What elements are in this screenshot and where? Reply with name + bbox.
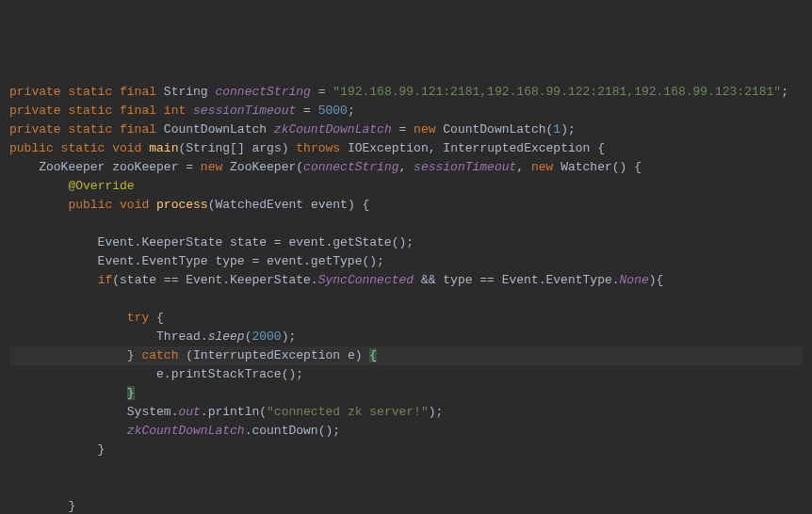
text: .countDown(); <box>245 424 340 438</box>
operator: = <box>392 122 414 137</box>
indent <box>9 311 127 325</box>
field: zkCountDownLatch <box>127 424 245 438</box>
type: CountDownLatch <box>156 122 274 137</box>
number-literal: 1 <box>553 122 560 137</box>
code-line: private static final String connectStrin… <box>9 83 803 102</box>
keyword: if <box>98 273 113 287</box>
constructor: ZooKeeper( <box>222 160 303 174</box>
text: (state == Event.KeeperState. <box>112 273 317 287</box>
semicolon: ; <box>348 104 355 118</box>
code-line: zkCountDownLatch.countDown(); <box>9 422 803 441</box>
exceptions: IOException, InterruptedException { <box>340 141 605 155</box>
code-line: if(state == Event.KeeperState.SyncConnec… <box>9 271 803 290</box>
text: ZooKeeper zooKeeper = <box>9 160 201 174</box>
method-name: process <box>156 198 208 212</box>
number-literal: 2000 <box>252 329 281 344</box>
matched-brace: } <box>127 386 135 400</box>
constructor: CountDownLatch( <box>436 122 554 137</box>
code-line <box>9 459 803 478</box>
code-line: Thread.sleep(2000); <box>9 328 803 346</box>
params: (InterruptedException e) <box>178 348 369 362</box>
code-line: e.printStackTrace(); <box>9 365 803 384</box>
comma: , <box>516 160 531 174</box>
code-line: } <box>9 497 803 514</box>
code-line: Event.KeeperState state = event.getState… <box>9 233 803 252</box>
semicolon: ; <box>781 85 788 99</box>
punct: ); <box>429 405 444 419</box>
keyword: public static void <box>9 141 141 155</box>
keyword: public void <box>68 198 149 212</box>
indent <box>9 273 98 287</box>
text: .println( <box>201 405 267 419</box>
text: { <box>149 311 164 325</box>
enum-constant: SyncConnected <box>318 273 414 287</box>
punct: ); <box>282 329 297 344</box>
keyword: throws <box>296 141 340 155</box>
code-line <box>9 478 803 497</box>
field: sessionTimeout <box>414 160 516 174</box>
field: sessionTimeout <box>193 104 296 118</box>
number-literal: 5000 <box>318 104 348 118</box>
text <box>156 85 164 99</box>
enum-constant: None <box>620 273 649 287</box>
keyword: catch <box>141 348 178 362</box>
annotation: @Override <box>68 179 134 193</box>
operator: = <box>311 85 333 99</box>
text: Thread. <box>9 329 208 344</box>
operator: = <box>296 104 317 118</box>
field: connectString <box>303 160 398 174</box>
code-line: Event.EventType type = event.getType(); <box>9 252 803 271</box>
method-name: main <box>149 141 178 155</box>
code-line: private static final CountDownLatch zkCo… <box>9 120 803 139</box>
punct: ); <box>560 122 576 137</box>
code-line <box>9 290 803 309</box>
keyword: new <box>201 160 222 174</box>
text: ){ <box>649 273 664 287</box>
code-line: public static void main(String[] args) t… <box>9 139 803 158</box>
code-line: ZooKeeper zooKeeper = new ZooKeeper(conn… <box>9 158 803 177</box>
code-line-current: } catch (InterruptedException e) { <box>9 346 803 365</box>
field: zkCountDownLatch <box>274 122 392 137</box>
text: Watcher() { <box>553 160 641 174</box>
code-line: public void process(WatchedEvent event) … <box>9 196 803 215</box>
code-line: } <box>9 384 803 403</box>
indent <box>9 424 127 438</box>
code-line: } <box>9 441 803 459</box>
field: out <box>178 405 200 419</box>
code-line <box>9 215 803 233</box>
params: (String[] args) <box>178 141 296 155</box>
text <box>149 198 156 212</box>
string-literal: "192.168.99.121:2181,192.168.99.122:2181… <box>333 85 781 99</box>
keyword: new <box>531 160 553 174</box>
text: && type == Event.EventType. <box>414 273 619 287</box>
text <box>186 104 193 118</box>
text: System. <box>9 405 178 419</box>
keyword: private static final int <box>9 104 186 118</box>
code-line: private static final int sessionTimeout … <box>9 102 803 120</box>
code-line: @Override <box>9 177 803 196</box>
type: String <box>164 85 208 99</box>
keyword: private static final <box>9 122 156 137</box>
comma: , <box>399 160 414 174</box>
indent <box>9 198 68 212</box>
keyword: new <box>414 122 435 137</box>
keyword: try <box>127 311 149 325</box>
indent <box>9 386 127 400</box>
code-editor[interactable]: private static final String connectStrin… <box>9 83 803 514</box>
indent <box>9 179 68 193</box>
string-literal: "connected zk server!" <box>267 405 429 419</box>
params: (WatchedEvent event) { <box>208 198 370 212</box>
code-line: try { <box>9 309 803 328</box>
field: connectString <box>215 85 310 99</box>
matched-brace: { <box>369 348 377 362</box>
text: } <box>9 348 141 362</box>
static-method: sleep <box>208 329 245 344</box>
keyword: private static final <box>9 85 156 99</box>
code-line: System.out.println("connected zk server!… <box>9 403 803 422</box>
